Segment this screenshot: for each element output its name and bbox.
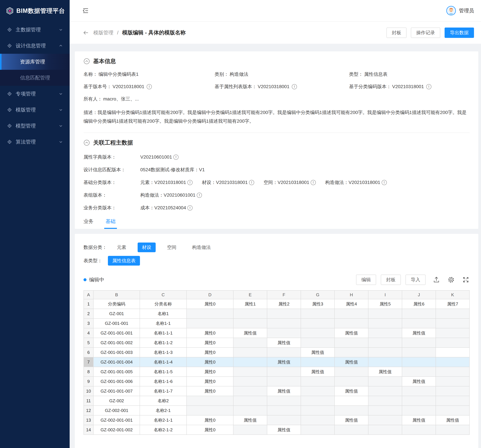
cell-D11[interactable]	[187, 396, 233, 406]
cell-G3[interactable]	[301, 318, 335, 328]
cell-J6[interactable]	[402, 347, 436, 357]
cell-K14[interactable]	[436, 425, 469, 435]
upload-icon[interactable]	[433, 276, 440, 284]
sidebar-item-master-data[interactable]: 主数据管理	[0, 22, 70, 38]
operation-log-button[interactable]: 操作记录	[411, 28, 440, 38]
cell-H12[interactable]	[335, 406, 368, 415]
cell-D4[interactable]: 属性0	[187, 328, 233, 338]
sidebar-item-info-matching[interactable]: 信息匹配管理	[0, 70, 70, 86]
info-icon[interactable]: !	[382, 180, 387, 185]
cell-D10[interactable]: 属性0	[187, 386, 233, 396]
cell-I6[interactable]	[368, 347, 402, 357]
cell-J4[interactable]: 属性值	[402, 328, 436, 338]
cell-J12[interactable]	[402, 406, 436, 415]
cell-I11[interactable]	[368, 396, 402, 406]
cell-D6[interactable]: 属性0	[187, 347, 233, 357]
cell-G2[interactable]	[301, 309, 335, 318]
cell-J1[interactable]: 属性6	[402, 299, 436, 309]
table-type-attr-info[interactable]: 属性信息表	[108, 256, 140, 265]
cell-F3[interactable]	[267, 318, 301, 328]
cell-K5[interactable]	[436, 338, 469, 347]
cell-I3[interactable]	[368, 318, 402, 328]
cell-E5[interactable]	[233, 338, 267, 347]
cell-C1[interactable]: 分类名称	[140, 299, 187, 309]
row-number[interactable]: 4	[84, 328, 93, 338]
cell-C3[interactable]: 名称1-1	[140, 318, 187, 328]
cell-K7[interactable]	[436, 357, 469, 367]
row-number[interactable]: 10	[84, 386, 93, 396]
cell-E12[interactable]	[233, 406, 267, 415]
column-header-J[interactable]: J	[402, 290, 436, 299]
cell-H6[interactable]	[335, 347, 368, 357]
cell-C7[interactable]: 名称1-1-4	[140, 357, 187, 367]
row-number[interactable]: 11	[84, 396, 93, 406]
cell-D9[interactable]: 属性0	[187, 377, 233, 386]
cell-G8[interactable]: 属性值	[301, 367, 335, 377]
cell-I10[interactable]	[368, 386, 402, 396]
cell-K3[interactable]	[436, 318, 469, 328]
row-number[interactable]: 6	[84, 347, 93, 357]
cell-D13[interactable]: 属性0	[187, 415, 233, 425]
sidebar-collapse-icon[interactable]	[82, 7, 89, 15]
seal-table-button[interactable]: 封板	[381, 275, 401, 285]
column-header-D[interactable]: D	[187, 290, 233, 299]
cell-F6[interactable]	[267, 347, 301, 357]
cell-H4[interactable]: 属性值	[335, 328, 368, 338]
export-data-button[interactable]: 导出数据	[445, 28, 474, 38]
cell-E2[interactable]	[233, 309, 267, 318]
category-material[interactable]: 材设	[138, 242, 156, 252]
collapse-section-icon[interactable]	[83, 58, 90, 64]
import-button[interactable]: 导入	[406, 275, 426, 285]
cell-G1[interactable]: 属性3	[301, 299, 335, 309]
cell-K4[interactable]	[436, 328, 469, 338]
cell-J13[interactable]: 属性值	[402, 415, 436, 425]
cell-F1[interactable]: 属性2	[267, 299, 301, 309]
cell-I8[interactable]: 属性值	[368, 367, 402, 377]
cell-K1[interactable]: 属性7	[436, 299, 469, 309]
cell-B9[interactable]: GZ-001-001-006	[93, 377, 140, 386]
cell-H7[interactable]: 属性值	[335, 357, 368, 367]
category-element[interactable]: 元素	[113, 242, 131, 252]
cell-F14[interactable]: 属性值	[267, 425, 301, 435]
row-number[interactable]: 13	[84, 415, 93, 425]
cell-J9[interactable]: 属性值	[402, 377, 436, 386]
cell-J11[interactable]	[402, 396, 436, 406]
cell-B12[interactable]: GZ-002-001	[93, 406, 140, 415]
cell-C2[interactable]: 名称1	[140, 309, 187, 318]
cell-F13[interactable]	[267, 415, 301, 425]
cell-J5[interactable]	[402, 338, 436, 347]
tab-business[interactable]: 业务	[83, 218, 94, 229]
cell-I4[interactable]	[368, 328, 402, 338]
cell-B10[interactable]: GZ-001-001-007	[93, 386, 140, 396]
row-number[interactable]: 7	[84, 357, 93, 367]
cell-G12[interactable]	[301, 406, 335, 415]
cell-F9[interactable]	[267, 377, 301, 386]
cell-B5[interactable]: GZ-001-001-002	[93, 338, 140, 347]
cell-E13[interactable]: 属性值	[233, 415, 267, 425]
cell-F10[interactable]: 属性值	[267, 386, 301, 396]
cell-E10[interactable]	[233, 386, 267, 396]
sidebar-item-template[interactable]: 模版管理	[0, 102, 70, 118]
cell-H13[interactable]: 属性值	[335, 415, 368, 425]
cell-E7[interactable]	[233, 357, 267, 367]
cell-K2[interactable]	[436, 309, 469, 318]
cell-H1[interactable]: 属性4	[335, 299, 368, 309]
cell-G13[interactable]	[301, 415, 335, 425]
cell-D1[interactable]: 属性0	[187, 299, 233, 309]
cell-I1[interactable]: 属性5	[368, 299, 402, 309]
cell-E4[interactable]: 属性值	[233, 328, 267, 338]
cell-E8[interactable]	[233, 367, 267, 377]
sidebar-item-design-info[interactable]: 设计信息管理	[0, 38, 70, 54]
cell-I12[interactable]	[368, 406, 402, 415]
cell-B4[interactable]: GZ-001-001-001	[93, 328, 140, 338]
cell-C8[interactable]: 名称1-1-5	[140, 367, 187, 377]
cell-J14[interactable]	[402, 425, 436, 435]
back-arrow-icon[interactable]	[82, 29, 90, 37]
cell-D12[interactable]	[187, 406, 233, 415]
cell-B1[interactable]: 分类编码	[93, 299, 140, 309]
cell-D8[interactable]: 属性0	[187, 367, 233, 377]
cell-I14[interactable]	[368, 425, 402, 435]
column-header-B[interactable]: B	[93, 290, 140, 299]
cell-K8[interactable]	[436, 367, 469, 377]
cell-C12[interactable]: 名称2-1	[140, 406, 187, 415]
